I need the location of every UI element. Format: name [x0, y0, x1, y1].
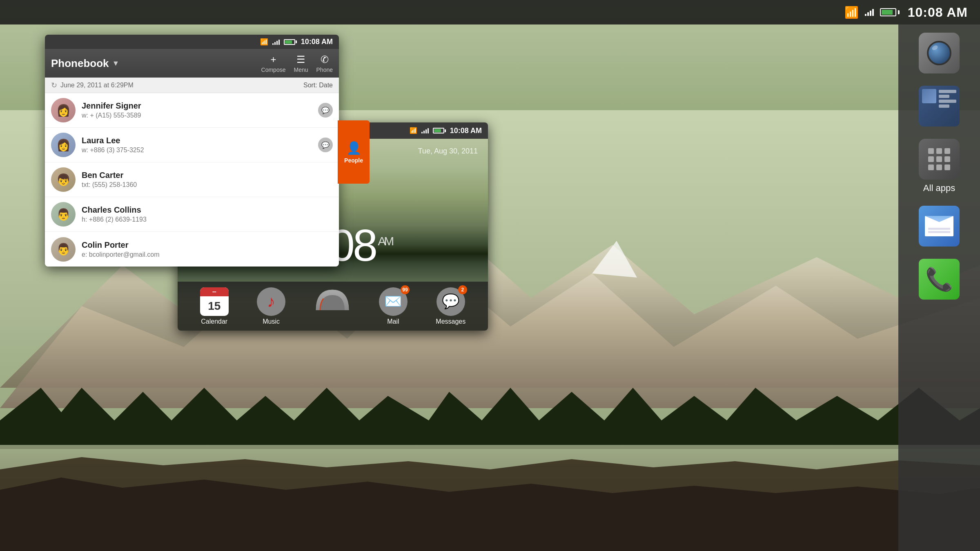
messages-badge: 2 — [458, 285, 467, 294]
contact-badge: 💬 — [318, 103, 333, 118]
pb-phone-button[interactable]: ✆ Phone — [316, 54, 333, 73]
pb-menu-button[interactable]: ☰ Menu — [294, 54, 308, 73]
compose-icon: + — [271, 54, 276, 65]
contact-avatar-laura: 👩 — [51, 133, 76, 157]
date-info: ↻ June 29, 2011 at 6:29PM — [51, 81, 134, 90]
music-note-icon: ♪ — [267, 292, 275, 311]
hs-time: 10:08 AM — [450, 127, 482, 135]
contact-info-ben: Ben Carter txt: (555) 258-1360 — [82, 171, 333, 189]
contact-info-laura: Laura Lee w: +886 (3) 375-3252 — [82, 136, 312, 154]
calendar-label: Calendar — [201, 318, 227, 325]
contact-list: 👩 Jennifer Signer w: + (A15) 555-3589 💬 … — [45, 93, 339, 267]
contact-item[interactable]: 👩 Jennifer Signer w: + (A15) 555-3589 💬 — [45, 93, 339, 128]
contact-item[interactable]: 👩 Laura Lee w: +886 (3) 375-3252 💬 — [45, 128, 339, 162]
messages-label: Messages — [436, 318, 466, 325]
contact-avatar-charles: 👨 — [51, 202, 76, 227]
signal-bars — [865, 9, 874, 16]
mail-dock-icon[interactable]: ✉️ 99 — [379, 287, 408, 316]
contact-info-colin: Colin Porter e: bcolinporter@gmail.com — [82, 240, 333, 258]
pb-battery-icon — [284, 39, 297, 45]
music-label: Music — [263, 318, 280, 325]
pb-compose-button[interactable]: + Compose — [261, 54, 286, 73]
music-icon[interactable]: ♪ — [257, 287, 285, 316]
contact-name: Laura Lee — [82, 136, 312, 145]
contact-avatar-colin: 👨 — [51, 237, 76, 262]
sidebar-app-phone[interactable]: 📞 — [919, 259, 960, 300]
phonebook-status-bar: 📶 10:08 AM — [45, 35, 339, 49]
mail-label: Mail — [387, 318, 399, 325]
camera-icon[interactable] — [919, 33, 960, 73]
phonebook-title: Phonebook ▼ — [51, 57, 119, 70]
sort-info[interactable]: Sort: Date — [303, 82, 333, 89]
svg-marker-10 — [0, 478, 980, 551]
main-status-bar: 📶 10:08 AM — [0, 0, 980, 24]
contact-avatar-ben: 👦 — [51, 167, 76, 192]
status-icons: 📶 — [844, 6, 900, 19]
phonebook-actions: + Compose ☰ Menu ✆ Phone — [261, 54, 333, 73]
dock-app-home[interactable] — [314, 288, 351, 324]
contact-avatar-jennifer: 👩 — [51, 98, 76, 122]
dock-app-messages[interactable]: 💬 2 Messages — [436, 287, 466, 325]
dock-app-mail[interactable]: ✉️ 99 Mail — [379, 287, 408, 325]
phonebook-window: 📶 10:08 AM Phonebook ▼ + Compose ☰ — [45, 35, 339, 267]
contact-info-jennifer: Jennifer Signer w: + (A15) 555-3589 — [82, 101, 312, 119]
phonebook-header: Phonebook ▼ + Compose ☰ Menu ✆ Phone — [45, 49, 339, 78]
wifi-icon: 📶 — [844, 6, 859, 19]
cal-day: 15 — [200, 296, 229, 316]
calendar-icon[interactable]: ▪▪▪ 15 — [200, 287, 229, 316]
phone-call-icon: ✆ — [321, 54, 329, 65]
phone-icon[interactable]: 📞 — [919, 259, 960, 300]
battery-icon — [880, 8, 900, 16]
phonebook-subheader: ↻ June 29, 2011 at 6:29PM Sort: Date — [45, 78, 339, 93]
contact-detail: h: +886 (2) 6639-1193 — [82, 216, 333, 223]
date-label: Tue, Aug 30, 2011 — [418, 147, 478, 156]
mail-badge: 99 — [401, 285, 410, 294]
main-time: 10:08 AM — [908, 5, 968, 20]
hs-wifi-icon2: 📶 — [410, 127, 417, 134]
people-icon: 👤 — [346, 141, 361, 155]
contact-badge: 💬 — [318, 138, 333, 152]
contact-detail: e: bcolinporter@gmail.com — [82, 251, 333, 258]
homescreen-dock: ▪▪▪ 15 Calendar ♪ Music — [178, 282, 488, 331]
contact-detail: w: + (A15) 555-3589 — [82, 112, 312, 119]
home-dial-icon[interactable] — [314, 288, 351, 324]
allapps-icon[interactable] — [919, 139, 960, 180]
people-button[interactable]: 👤 People — [338, 120, 370, 184]
dropdown-icon[interactable]: ▼ — [112, 59, 120, 68]
envelope-shape — [925, 216, 953, 236]
sidebar-app-mail[interactable] — [919, 206, 960, 247]
contact-item[interactable]: 👨 Charles Collins h: +886 (2) 6639-1193 — [45, 197, 339, 232]
contact-name: Jennifer Signer — [82, 101, 312, 111]
contact-item[interactable]: 👨 Colin Porter e: bcolinporter@gmail.com — [45, 232, 339, 267]
news-icon[interactable] — [919, 86, 960, 127]
contact-item[interactable]: 👦 Ben Carter txt: (555) 258-1360 — [45, 162, 339, 197]
contact-name: Ben Carter — [82, 171, 333, 180]
contact-detail: txt: (555) 258-1360 — [82, 181, 333, 189]
messages-dock-icon[interactable]: 💬 2 — [437, 287, 465, 316]
dock-app-music[interactable]: ♪ Music — [257, 287, 285, 325]
cal-header: ▪▪▪ — [200, 287, 229, 296]
sidebar-app-news[interactable] — [919, 86, 960, 127]
pb-signal-bars — [272, 39, 280, 45]
sidebar-app-camera[interactable] — [919, 33, 960, 73]
contact-info-charles: Charles Collins h: +886 (2) 6639-1193 — [82, 205, 333, 223]
hs-battery-icon — [433, 128, 446, 133]
contact-name: Charles Collins — [82, 205, 333, 215]
sidebar-app-allapps[interactable]: All apps — [919, 139, 960, 193]
mail-icon[interactable] — [919, 206, 960, 247]
phone-handset-icon: 📞 — [925, 266, 953, 293]
contact-name: Colin Porter — [82, 240, 333, 250]
pb-wifi-icon: 📶 — [260, 38, 268, 46]
allapps-label: All apps — [923, 183, 955, 193]
pb-time: 10:08 AM — [301, 38, 333, 46]
contact-detail: w: +886 (3) 375-3252 — [82, 147, 312, 154]
refresh-icon: ↻ — [51, 81, 57, 90]
menu-icon: ☰ — [296, 54, 305, 65]
dock-app-calendar[interactable]: ▪▪▪ 15 Calendar — [200, 287, 229, 325]
right-sidebar: All apps 📞 — [898, 24, 980, 551]
hs-signal-bars — [421, 128, 429, 133]
